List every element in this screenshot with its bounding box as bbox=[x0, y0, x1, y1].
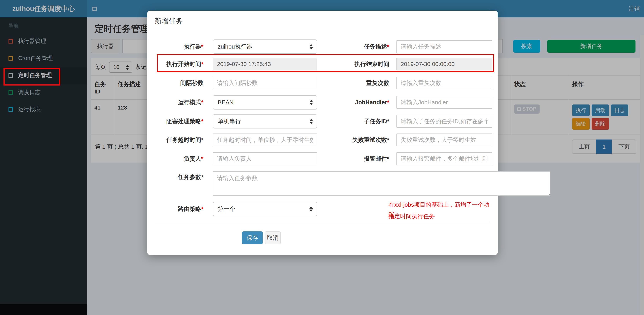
jobhandler-input[interactable] bbox=[396, 96, 492, 109]
start-time-label: 执行开始时间* bbox=[151, 58, 204, 70]
executor-select[interactable]: zuihou执行器 bbox=[213, 40, 317, 54]
run-mode-select[interactable]: BEAN bbox=[213, 95, 317, 110]
modal-header: 新增任务 bbox=[147, 11, 498, 32]
executor-label: 执行器* bbox=[151, 40, 204, 54]
repeat-label: 重复次数 bbox=[328, 77, 389, 89]
jobhandler-label: JobHandler* bbox=[328, 95, 389, 110]
select-arrows-icon bbox=[310, 119, 313, 124]
owner-label: 负责人* bbox=[151, 152, 204, 165]
timeout-input[interactable] bbox=[213, 134, 317, 146]
alarm-email-label: 报警邮件* bbox=[328, 152, 389, 165]
modal-title: 新增任务 bbox=[155, 17, 182, 26]
owner-input[interactable] bbox=[213, 152, 317, 165]
route-strategy-label: 路由策略* bbox=[151, 202, 204, 216]
select-arrows-icon bbox=[310, 206, 313, 212]
task-params-label: 任务参数* bbox=[151, 171, 204, 183]
add-task-modal: 新增任务 执行器* zuihou执行器 任务描述* 执行开始时间* 执行结束时间… bbox=[147, 11, 498, 255]
repeat-input[interactable] bbox=[396, 77, 492, 89]
child-task-label: 子任务ID* bbox=[328, 114, 389, 128]
task-desc-label: 任务描述* bbox=[328, 40, 389, 54]
start-time-input[interactable] bbox=[213, 58, 317, 70]
end-time-label: 执行结束时间 bbox=[328, 58, 389, 70]
interval-label: 间隔秒数 bbox=[151, 77, 204, 89]
task-params-textarea[interactable] bbox=[213, 171, 550, 196]
task-desc-input[interactable] bbox=[396, 40, 492, 53]
run-mode-label: 运行模式* bbox=[151, 95, 204, 110]
end-time-input[interactable] bbox=[396, 58, 492, 70]
timeout-label: 任务超时时间* bbox=[151, 134, 204, 146]
retry-label: 失败重试次数* bbox=[328, 134, 389, 146]
child-task-input[interactable] bbox=[396, 115, 492, 128]
cancel-button[interactable]: 取消 bbox=[264, 231, 281, 244]
alarm-email-input[interactable] bbox=[396, 152, 492, 165]
block-strategy-label: 阻塞处理策略* bbox=[151, 114, 204, 128]
route-strategy-select[interactable]: 第一个 bbox=[213, 202, 317, 216]
interval-input[interactable] bbox=[213, 77, 317, 89]
save-button[interactable]: 保存 bbox=[242, 231, 263, 244]
app-screen: zuihou任务调度中心 注销 导航 执行器管理 Cron任务管理 定时任务管理… bbox=[0, 0, 644, 315]
select-arrows-icon bbox=[310, 44, 313, 49]
select-arrows-icon bbox=[310, 100, 313, 105]
feature-note-line2: 指定时间执行任务 bbox=[388, 211, 435, 221]
modal-footer-divider bbox=[155, 223, 490, 223]
retry-input[interactable] bbox=[396, 134, 492, 146]
block-strategy-select[interactable]: 单机串行 bbox=[213, 114, 317, 128]
